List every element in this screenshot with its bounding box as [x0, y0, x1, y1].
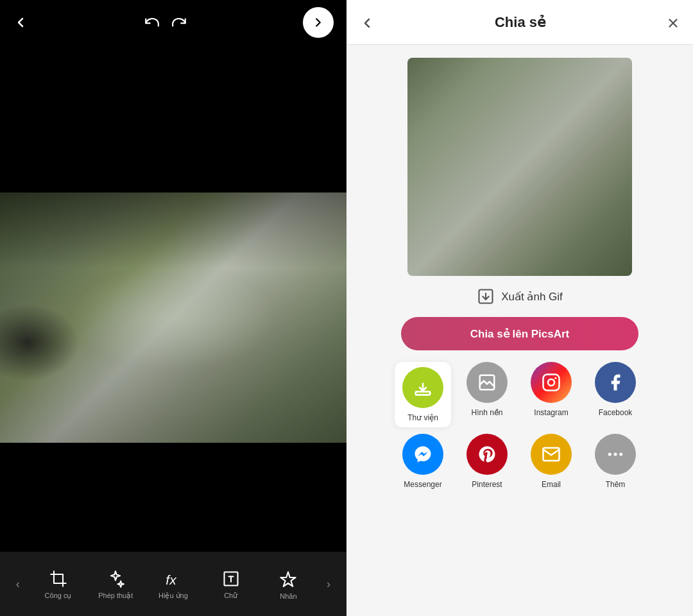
sticker-icon — [279, 568, 297, 588]
redo-button[interactable] — [171, 14, 187, 31]
library-label: Thư viện — [407, 413, 438, 422]
facebook-label: Facebook — [599, 408, 633, 417]
share-grid: Thư viện Hình nền — [395, 362, 645, 489]
export-gif-icon — [477, 287, 495, 305]
export-gif-label: Xuất ảnh Gif — [501, 290, 563, 304]
export-gif-row[interactable]: Xuất ảnh Gif — [477, 287, 563, 305]
tool-effects[interactable]: fx Hiệu ứng — [154, 568, 193, 600]
header-close-button[interactable] — [666, 14, 680, 31]
pinterest-icon — [466, 434, 508, 475]
image-main — [0, 193, 346, 443]
svg-rect-9 — [416, 391, 431, 395]
crop-icon — [49, 568, 67, 588]
svg-point-15 — [614, 453, 617, 456]
left-panel: ‹ Công cụ Phép thuật fx — [0, 0, 346, 616]
pinterest-label: Pinterest — [472, 480, 502, 489]
right-header: Chia sẻ — [346, 0, 693, 45]
effects-icon: fx — [164, 568, 182, 588]
share-row-2: Messenger Pinterest — [395, 434, 645, 489]
wallpaper-icon — [466, 362, 508, 403]
share-item-messenger[interactable]: Messenger — [395, 434, 451, 489]
email-icon — [531, 434, 572, 475]
right-content: Xuất ảnh Gif Chia sẻ lên PicsArt Thư việ… — [346, 45, 693, 616]
email-label: Email — [542, 480, 561, 489]
instagram-label: Instagram — [534, 408, 568, 417]
tool-text[interactable]: Chữ — [212, 568, 250, 600]
share-item-instagram[interactable]: Instagram — [523, 362, 579, 427]
tool-crop[interactable]: Công cụ — [39, 568, 78, 600]
magic-label: Phép thuật — [98, 592, 133, 600]
svg-point-13 — [554, 377, 556, 379]
share-item-facebook[interactable]: Facebook — [587, 362, 644, 427]
toolbar-right-arrow[interactable]: › — [327, 578, 330, 591]
effects-label: Hiệu ứng — [158, 592, 188, 600]
left-top-bar — [0, 0, 346, 45]
sticker-label: Nhãn — [280, 592, 296, 600]
instagram-icon — [531, 362, 572, 403]
library-icon — [402, 367, 443, 408]
svg-point-16 — [619, 453, 622, 456]
tool-sticker[interactable]: Nhãn — [269, 568, 307, 599]
header-back-button[interactable] — [359, 13, 375, 30]
share-row-1: Thư viện Hình nền — [395, 362, 645, 427]
svg-text:fx: fx — [166, 572, 177, 587]
more-label: Thêm — [606, 480, 626, 489]
share-item-pinterest[interactable]: Pinterest — [459, 434, 515, 489]
text-label: Chữ — [224, 592, 237, 600]
back-button[interactable] — [13, 15, 28, 30]
share-picsart-button[interactable]: Chia sẻ lên PicsArt — [401, 317, 638, 350]
image-area — [0, 0, 346, 616]
bottom-toolbar: ‹ Công cụ Phép thuật fx — [0, 552, 346, 616]
share-item-library[interactable]: Thư viện — [395, 362, 451, 427]
messenger-label: Messenger — [404, 480, 441, 489]
text-icon — [222, 568, 240, 588]
wallpaper-label: Hình nền — [471, 408, 502, 417]
share-item-wallpaper[interactable]: Hình nền — [459, 362, 515, 427]
messenger-icon — [402, 434, 443, 475]
facebook-icon — [595, 362, 636, 403]
undo-redo-group — [144, 14, 187, 31]
crop-label: Công cụ — [45, 592, 72, 600]
undo-button[interactable] — [144, 14, 160, 31]
next-button[interactable] — [303, 7, 334, 38]
svg-point-14 — [608, 453, 612, 456]
more-icon — [595, 434, 636, 475]
share-item-more[interactable]: Thêm — [587, 434, 644, 489]
toolbar-left-arrow[interactable]: ‹ — [16, 578, 20, 591]
preview-image — [407, 58, 632, 276]
header-title: Chia sẻ — [495, 14, 546, 31]
right-panel: Chia sẻ Xuất ảnh Gif Chia sẻ lên PicsArt — [346, 0, 693, 616]
svg-point-12 — [548, 379, 554, 386]
magic-icon — [107, 568, 124, 588]
svg-rect-11 — [543, 375, 560, 391]
share-item-email[interactable]: Email — [523, 434, 579, 489]
tool-magic[interactable]: Phép thuật — [96, 568, 135, 600]
